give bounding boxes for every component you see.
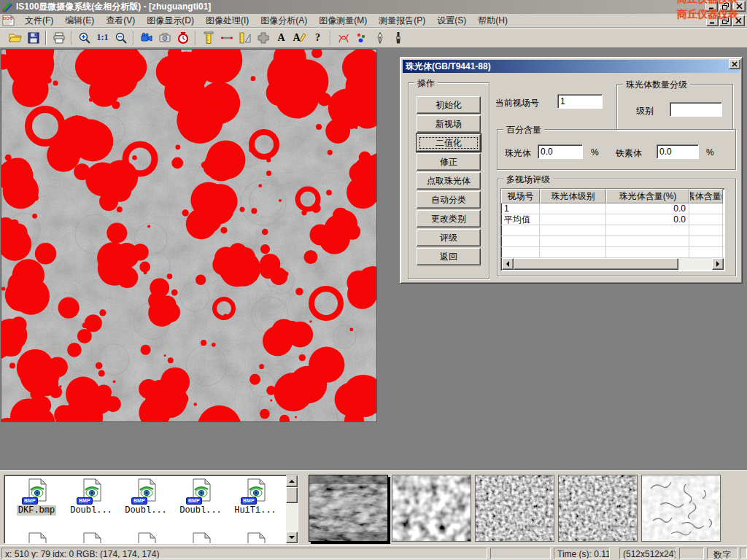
snapshot-button[interactable]	[155, 29, 174, 47]
window-close-button[interactable]	[733, 1, 746, 12]
table-row[interactable]: 平均值 0.0	[501, 214, 724, 225]
file-item[interactable]: BMP DKF.bmp	[10, 478, 63, 516]
actual-size-button[interactable]: 1:1	[93, 29, 112, 47]
app-icon	[1, 1, 13, 12]
toolbar: 1:1 A A ?	[0, 28, 747, 48]
file-item[interactable]: BMP	[120, 532, 172, 544]
printer-icon	[53, 31, 66, 44]
file-name[interactable]: Doubl...	[69, 505, 114, 516]
restore-icon	[722, 18, 729, 24]
micrograph-image[interactable]	[1, 49, 377, 422]
child-restore-button[interactable]	[719, 15, 732, 26]
scroll-left-button[interactable]	[502, 258, 514, 270]
file-name[interactable]: Doubl...	[178, 505, 223, 516]
child-minimize-button[interactable]	[706, 15, 719, 26]
ruler-horizontal-button[interactable]	[217, 29, 236, 47]
file-item[interactable]: BMP	[10, 532, 63, 544]
cell-field: 1	[501, 203, 540, 214]
scrollbar-thumb[interactable]	[514, 258, 678, 270]
init-button[interactable]: 初始化	[417, 96, 481, 114]
file-name[interactable]: HuiTi...	[233, 505, 278, 516]
current-field-input[interactable]	[557, 94, 603, 109]
file-item[interactable]: BMP	[174, 532, 227, 544]
merge-tool-button[interactable]	[254, 29, 272, 47]
thumbnail-3[interactable]	[475, 475, 554, 542]
binarize-button[interactable]: 二值化	[417, 134, 481, 152]
percent-group-label: 百分含量	[503, 124, 544, 136]
ruler-angle-button[interactable]	[236, 29, 254, 47]
menu-image-analysis[interactable]: 图像分析(A)	[255, 13, 313, 28]
grade-level-label: 级别	[636, 105, 654, 117]
file-item[interactable]: BMP	[65, 532, 117, 544]
file-name[interactable]: DKF.bmp	[17, 505, 56, 516]
scroll-right-button[interactable]	[712, 258, 724, 270]
menu-settings[interactable]: 设置(S)	[431, 13, 472, 28]
menu-file[interactable]: 文件(F)	[19, 13, 59, 28]
menu-help[interactable]: 帮助(H)	[472, 13, 514, 28]
print-button[interactable]	[50, 29, 68, 47]
correct-button[interactable]: 修正	[417, 153, 481, 171]
minimize-icon	[709, 18, 716, 24]
toolbar-separator	[71, 31, 72, 45]
scroll-up-button[interactable]	[286, 475, 298, 487]
auto-classify-button[interactable]: 自动分类	[417, 191, 481, 209]
curve-tool-button[interactable]	[334, 29, 352, 47]
thumbnail-4[interactable]	[558, 475, 638, 542]
toolbar-separator	[133, 31, 134, 45]
thumbnail-1[interactable]	[309, 475, 388, 542]
menu-image-display[interactable]: 图像显示(D)	[141, 13, 200, 28]
window-restore-button[interactable]	[719, 1, 732, 12]
scrollbar-thumb[interactable]	[286, 487, 298, 503]
pick-pearlite-button[interactable]: 点取珠光体	[417, 172, 481, 190]
file-item[interactable]: BMP Doubl...	[174, 478, 227, 516]
rating-table: 视场号 珠光体级别 珠光体含量(%) 铁素体含量(%) 1 0.0 平均值	[500, 188, 725, 271]
status-blank-3	[740, 548, 747, 559]
child-close-button[interactable]	[732, 15, 745, 26]
window-minimize-button[interactable]	[705, 1, 718, 12]
timer-button[interactable]	[174, 29, 192, 47]
help-button[interactable]: ?	[309, 29, 327, 47]
file-item[interactable]: BMP Doubl...	[65, 478, 117, 516]
file-item[interactable]: BMP	[229, 532, 282, 544]
zoom-out-button[interactable]	[112, 29, 130, 47]
ferrite-percent-input[interactable]	[657, 144, 699, 159]
scrollbar-track[interactable]	[678, 258, 712, 270]
pen-tool-button[interactable]	[371, 29, 389, 47]
menu-image-processing[interactable]: 图像处理(I)	[200, 13, 255, 28]
bmp-file-icon: BMP	[133, 494, 158, 504]
file-item[interactable]: BMP Doubl...	[120, 478, 172, 516]
change-class-button[interactable]: 更改类别	[417, 210, 481, 228]
file-browser-scrollbar[interactable]	[286, 475, 298, 543]
file-item[interactable]: BMP HuiTi...	[229, 478, 282, 516]
ruler-vertical-button[interactable]	[199, 29, 217, 47]
return-button[interactable]: 返回	[417, 248, 481, 265]
video-capture-button[interactable]	[137, 29, 155, 47]
grade-level-input[interactable]	[670, 102, 722, 117]
zoom-in-button[interactable]	[75, 29, 93, 47]
table-row[interactable]: 1 0.0	[501, 203, 724, 214]
text-tool-button[interactable]: A	[272, 29, 290, 47]
pearlite-percent-input[interactable]	[538, 144, 583, 159]
one-to-one-icon: 1:1	[97, 32, 109, 43]
menu-measure-report[interactable]: 测量报告(P)	[373, 13, 431, 28]
brush-tool-button[interactable]	[389, 29, 407, 47]
text-a-icon: A	[277, 32, 285, 44]
menu-edit[interactable]: 编辑(E)	[59, 13, 100, 28]
table-horizontal-scrollbar[interactable]	[502, 258, 724, 270]
rate-button[interactable]: 评级	[417, 229, 481, 246]
menu-image-measure[interactable]: 图像测量(M)	[313, 13, 373, 28]
annotate-tool-button[interactable]: A	[290, 29, 309, 47]
document-icon[interactable]: DOC	[2, 15, 15, 26]
menu-view[interactable]: 查看(V)	[100, 13, 141, 28]
thumbnail-2[interactable]	[392, 475, 471, 542]
file-name[interactable]: Doubl...	[123, 505, 169, 516]
open-button[interactable]	[6, 29, 24, 47]
scroll-down-button[interactable]	[286, 532, 298, 543]
dialog-close-button[interactable]	[729, 59, 740, 69]
count-points-button[interactable]	[352, 29, 371, 47]
arrow-up-icon	[289, 480, 295, 483]
table-header-row: 视场号 珠光体级别 珠光体含量(%) 铁素体含量(%)	[501, 189, 724, 203]
save-button[interactable]	[24, 29, 42, 47]
thumbnail-5[interactable]	[641, 475, 721, 542]
new-field-button[interactable]: 新视场	[417, 115, 481, 133]
